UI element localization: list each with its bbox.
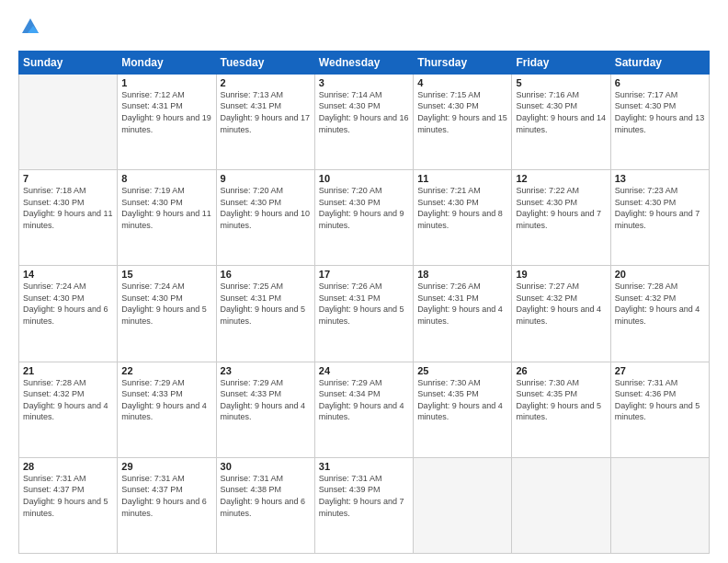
day-info: Sunrise: 7:24 AMSunset: 4:30 PMDaylight:… xyxy=(23,281,113,327)
calendar-day-cell: 30Sunrise: 7:31 AMSunset: 4:38 PMDayligh… xyxy=(216,457,314,553)
day-info: Sunrise: 7:12 AMSunset: 4:31 PMDaylight:… xyxy=(121,89,211,135)
day-number: 28 xyxy=(23,461,113,472)
calendar-day-cell: 27Sunrise: 7:31 AMSunset: 4:36 PMDayligh… xyxy=(610,362,709,457)
day-info: Sunrise: 7:18 AMSunset: 4:30 PMDaylight:… xyxy=(23,185,113,231)
day-info: Sunrise: 7:29 AMSunset: 4:33 PMDaylight:… xyxy=(221,377,311,423)
day-info: Sunrise: 7:14 AMSunset: 4:30 PMDaylight:… xyxy=(319,89,409,135)
weekday-header: Friday xyxy=(512,51,610,74)
calendar-day-cell: 21Sunrise: 7:28 AMSunset: 4:32 PMDayligh… xyxy=(19,362,118,457)
day-number: 4 xyxy=(417,77,507,88)
calendar-day-cell: 17Sunrise: 7:26 AMSunset: 4:31 PMDayligh… xyxy=(314,266,413,362)
day-number: 17 xyxy=(319,269,409,280)
calendar-day-cell: 6Sunrise: 7:17 AMSunset: 4:30 PMDaylight… xyxy=(610,74,709,169)
calendar-day-cell: 24Sunrise: 7:29 AMSunset: 4:34 PMDayligh… xyxy=(314,362,413,457)
day-info: Sunrise: 7:29 AMSunset: 4:33 PMDaylight:… xyxy=(121,377,211,423)
day-number: 24 xyxy=(319,365,409,376)
calendar-day-cell: 12Sunrise: 7:22 AMSunset: 4:30 PMDayligh… xyxy=(512,170,610,266)
day-info: Sunrise: 7:26 AMSunset: 4:31 PMDaylight:… xyxy=(319,281,409,327)
weekday-header: Monday xyxy=(118,51,216,74)
day-number: 8 xyxy=(121,173,211,184)
calendar-day-cell: 10Sunrise: 7:20 AMSunset: 4:30 PMDayligh… xyxy=(314,170,413,266)
day-number: 22 xyxy=(121,365,211,376)
day-number: 7 xyxy=(23,173,113,184)
calendar-header-row: SundayMondayTuesdayWednesdayThursdayFrid… xyxy=(19,51,710,74)
day-info: Sunrise: 7:23 AMSunset: 4:30 PMDaylight:… xyxy=(615,185,705,231)
day-info: Sunrise: 7:26 AMSunset: 4:31 PMDaylight:… xyxy=(417,281,507,327)
calendar-day-cell: 8Sunrise: 7:19 AMSunset: 4:30 PMDaylight… xyxy=(118,170,216,266)
day-info: Sunrise: 7:30 AMSunset: 4:35 PMDaylight:… xyxy=(516,377,606,423)
day-number: 2 xyxy=(221,77,311,88)
day-info: Sunrise: 7:31 AMSunset: 4:37 PMDaylight:… xyxy=(23,473,113,519)
weekday-header: Sunday xyxy=(19,51,118,74)
day-number: 21 xyxy=(23,365,113,376)
weekday-header: Tuesday xyxy=(216,51,314,74)
calendar-day-cell: 31Sunrise: 7:31 AMSunset: 4:39 PMDayligh… xyxy=(314,457,413,553)
weekday-header: Wednesday xyxy=(314,51,413,74)
day-number: 20 xyxy=(615,269,705,280)
day-number: 26 xyxy=(516,365,606,376)
day-info: Sunrise: 7:28 AMSunset: 4:32 PMDaylight:… xyxy=(23,377,113,423)
calendar-day-cell: 15Sunrise: 7:24 AMSunset: 4:30 PMDayligh… xyxy=(118,266,216,362)
calendar-day-cell: 16Sunrise: 7:25 AMSunset: 4:31 PMDayligh… xyxy=(216,266,314,362)
day-number: 25 xyxy=(417,365,507,376)
day-info: Sunrise: 7:30 AMSunset: 4:35 PMDaylight:… xyxy=(417,377,507,423)
calendar-day-cell xyxy=(512,457,610,553)
day-info: Sunrise: 7:31 AMSunset: 4:38 PMDaylight:… xyxy=(221,473,311,519)
calendar-day-cell xyxy=(19,74,118,169)
day-number: 11 xyxy=(417,173,507,184)
day-info: Sunrise: 7:21 AMSunset: 4:30 PMDaylight:… xyxy=(417,185,507,231)
calendar-day-cell: 2Sunrise: 7:13 AMSunset: 4:31 PMDaylight… xyxy=(216,74,314,169)
day-info: Sunrise: 7:24 AMSunset: 4:30 PMDaylight:… xyxy=(121,281,211,327)
day-info: Sunrise: 7:16 AMSunset: 4:30 PMDaylight:… xyxy=(516,89,606,135)
day-number: 3 xyxy=(319,77,409,88)
day-info: Sunrise: 7:31 AMSunset: 4:36 PMDaylight:… xyxy=(615,377,705,423)
day-info: Sunrise: 7:29 AMSunset: 4:34 PMDaylight:… xyxy=(319,377,409,423)
calendar-day-cell xyxy=(414,457,512,553)
day-info: Sunrise: 7:27 AMSunset: 4:32 PMDaylight:… xyxy=(516,281,606,327)
calendar-day-cell: 23Sunrise: 7:29 AMSunset: 4:33 PMDayligh… xyxy=(216,362,314,457)
day-info: Sunrise: 7:20 AMSunset: 4:30 PMDaylight:… xyxy=(319,185,409,231)
day-number: 15 xyxy=(121,269,211,280)
calendar-day-cell: 26Sunrise: 7:30 AMSunset: 4:35 PMDayligh… xyxy=(512,362,610,457)
logo xyxy=(18,17,40,41)
day-number: 29 xyxy=(121,461,211,472)
day-number: 6 xyxy=(615,77,705,88)
calendar-day-cell: 9Sunrise: 7:20 AMSunset: 4:30 PMDaylight… xyxy=(216,170,314,266)
calendar-day-cell: 18Sunrise: 7:26 AMSunset: 4:31 PMDayligh… xyxy=(414,266,512,362)
calendar-day-cell: 20Sunrise: 7:28 AMSunset: 4:32 PMDayligh… xyxy=(610,266,709,362)
day-number: 10 xyxy=(319,173,409,184)
calendar-day-cell: 28Sunrise: 7:31 AMSunset: 4:37 PMDayligh… xyxy=(19,457,118,553)
calendar-day-cell: 3Sunrise: 7:14 AMSunset: 4:30 PMDaylight… xyxy=(314,74,413,169)
header xyxy=(18,17,710,41)
calendar-day-cell: 1Sunrise: 7:12 AMSunset: 4:31 PMDaylight… xyxy=(118,74,216,169)
day-number: 19 xyxy=(516,269,606,280)
day-info: Sunrise: 7:22 AMSunset: 4:30 PMDaylight:… xyxy=(516,185,606,231)
day-number: 18 xyxy=(417,269,507,280)
calendar-day-cell: 19Sunrise: 7:27 AMSunset: 4:32 PMDayligh… xyxy=(512,266,610,362)
day-number: 23 xyxy=(221,365,311,376)
day-number: 13 xyxy=(615,173,705,184)
day-number: 30 xyxy=(221,461,311,472)
calendar-day-cell: 13Sunrise: 7:23 AMSunset: 4:30 PMDayligh… xyxy=(610,170,709,266)
calendar-day-cell: 4Sunrise: 7:15 AMSunset: 4:30 PMDaylight… xyxy=(414,74,512,169)
calendar-day-cell: 11Sunrise: 7:21 AMSunset: 4:30 PMDayligh… xyxy=(414,170,512,266)
calendar-day-cell: 29Sunrise: 7:31 AMSunset: 4:37 PMDayligh… xyxy=(118,457,216,553)
day-info: Sunrise: 7:25 AMSunset: 4:31 PMDaylight:… xyxy=(221,281,311,327)
day-info: Sunrise: 7:28 AMSunset: 4:32 PMDaylight:… xyxy=(615,281,705,327)
day-number: 27 xyxy=(615,365,705,376)
calendar: SundayMondayTuesdayWednesdayThursdayFrid… xyxy=(18,51,710,554)
day-info: Sunrise: 7:15 AMSunset: 4:30 PMDaylight:… xyxy=(417,89,507,135)
day-info: Sunrise: 7:17 AMSunset: 4:30 PMDaylight:… xyxy=(615,89,705,135)
day-info: Sunrise: 7:20 AMSunset: 4:30 PMDaylight:… xyxy=(221,185,311,231)
calendar-week-row: 7Sunrise: 7:18 AMSunset: 4:30 PMDaylight… xyxy=(19,170,710,266)
day-info: Sunrise: 7:19 AMSunset: 4:30 PMDaylight:… xyxy=(121,185,211,231)
day-number: 1 xyxy=(121,77,211,88)
logo-icon xyxy=(20,17,40,37)
calendar-day-cell: 25Sunrise: 7:30 AMSunset: 4:35 PMDayligh… xyxy=(414,362,512,457)
weekday-header: Thursday xyxy=(414,51,512,74)
calendar-day-cell xyxy=(610,457,709,553)
day-number: 16 xyxy=(221,269,311,280)
calendar-week-row: 1Sunrise: 7:12 AMSunset: 4:31 PMDaylight… xyxy=(19,74,710,169)
calendar-day-cell: 14Sunrise: 7:24 AMSunset: 4:30 PMDayligh… xyxy=(19,266,118,362)
day-number: 14 xyxy=(23,269,113,280)
